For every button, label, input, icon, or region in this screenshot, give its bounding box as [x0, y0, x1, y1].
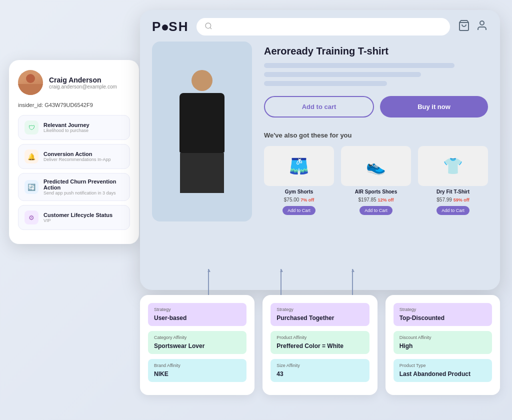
- user-profile-card: Craig Anderson craig.anderson@example.co…: [9, 60, 139, 244]
- rec-image-gym-shorts: 🩳: [264, 146, 334, 186]
- model-head: [192, 70, 212, 91]
- strategy-section: Strategy User-based Category Affinity Sp…: [140, 295, 500, 395]
- product-model: [180, 70, 224, 193]
- rec-discount-air-shoes: 12% off: [378, 198, 394, 202]
- category-affinity-label: Category Affinity: [154, 335, 240, 340]
- arrow-tip-2: ▲: [279, 268, 284, 273]
- connector-line-3: [352, 269, 353, 298]
- svg-point-3: [480, 21, 484, 25]
- product-type-value: Last Abandoned Product: [400, 370, 470, 378]
- insider-id-row: insider_id: G43W79UD6542F9: [18, 102, 130, 108]
- store-content: Aeroready Training T-shirt Add to cart B…: [140, 42, 500, 234]
- user-name: Craig Anderson: [49, 76, 117, 84]
- info-card-churn-prevention: 🔄 Predicted Churn Prevention Action Send…: [18, 173, 130, 201]
- svg-point-0: [206, 23, 211, 28]
- product-affinity-label: Product Affinity: [276, 335, 363, 340]
- strategy-value-top-discounted: Top-Discounted: [400, 314, 444, 322]
- rec-price-dry-fit: $57.99 59% off: [436, 197, 469, 202]
- conversion-action-subtitle: Deliver Recommendations In-App: [44, 157, 111, 162]
- size-affinity-value: 43: [276, 370, 283, 378]
- discount-affinity-tag: Discount Affinity High: [394, 331, 492, 354]
- arrow-tip-3: ▲: [350, 268, 356, 273]
- user-account-icon[interactable]: [476, 20, 488, 34]
- model-leg-left: [180, 153, 201, 193]
- model-shirt: [180, 93, 224, 153]
- relevant-journey-icon: 🛡: [24, 120, 38, 134]
- conversion-action-text: Conversion Action Deliver Recommendation…: [44, 151, 111, 162]
- product-line-3: [264, 81, 387, 86]
- info-card-lifecycle-status: ⚙ Customer Lifecycle Status VIP: [18, 205, 130, 230]
- lifecycle-status-title: Customer Lifecycle Status: [44, 212, 112, 218]
- rec-discount-gym-shorts: 7% off: [300, 198, 314, 202]
- conversion-action-title: Conversion Action: [44, 151, 111, 157]
- recommendations-list: 🩳 Gym Shorts $75.00 7% off Add to Cart 👟…: [264, 146, 488, 215]
- search-icon: [204, 22, 212, 32]
- strategy-card-top-discounted: Strategy Top-Discounted Discount Affinit…: [386, 295, 500, 395]
- product-title: Aeroready Training T-shirt: [264, 46, 488, 57]
- user-info: Craig Anderson craig.anderson@example.co…: [49, 76, 117, 90]
- connector-line-1: [208, 269, 209, 298]
- info-card-conversion-action: 🔔 Conversion Action Deliver Recommendati…: [18, 144, 130, 169]
- strategy-card-user-based: Strategy User-based Category Affinity Sp…: [140, 295, 254, 395]
- connector-line-2: [280, 269, 282, 298]
- rec-add-cart-gym-shorts[interactable]: Add to Cart: [282, 206, 316, 215]
- discount-affinity-label: Discount Affinity: [400, 335, 486, 340]
- store-logo: PSH: [152, 19, 188, 34]
- model-pants: [180, 153, 224, 193]
- strategy-label-2: Strategy: [276, 307, 363, 312]
- relevant-journey-text: Relevant Journey Likelihood to purchase: [44, 122, 90, 133]
- user-email: craig.anderson@example.com: [49, 84, 117, 90]
- size-affinity-tag: Size Affinity 43: [270, 359, 369, 382]
- product-line-1: [264, 63, 454, 68]
- insider-id-value: G43W79UD6542F9: [44, 102, 93, 108]
- cart-icon[interactable]: [458, 20, 470, 34]
- product-type-tag: Product Type Last Abandoned Product: [394, 359, 492, 382]
- rec-item-air-shoes: 👟 AIR Sports Shoes $197.85 12% off Add t…: [341, 146, 411, 215]
- svg-line-1: [210, 28, 212, 29]
- category-affinity-tag: Category Affinity Sportswear Lover: [148, 331, 246, 354]
- rec-add-cart-dry-fit[interactable]: Add to Cart: [436, 206, 470, 215]
- insider-id-label: insider_id:: [18, 102, 43, 108]
- store-header: PSH: [140, 10, 500, 42]
- category-affinity-value: Sportswear Lover: [154, 342, 204, 350]
- lifecycle-status-icon: ⚙: [24, 210, 38, 224]
- search-bar[interactable]: [196, 18, 450, 36]
- rec-item-dry-fit: 👕 Dry Fit T-Shirt $57.99 59% off Add to …: [418, 146, 488, 215]
- lifecycle-status-subtitle: VIP: [44, 218, 112, 223]
- strategy-label-1: Strategy: [154, 307, 240, 312]
- rec-price-gym-shorts: $75.00 7% off: [284, 197, 314, 202]
- rec-name-gym-shorts: Gym Shorts: [264, 189, 334, 194]
- conversion-action-icon: 🔔: [24, 150, 38, 164]
- product-affinity-tag: Product Affinity Preffered Color = White: [270, 331, 369, 354]
- strategy-value-purchased-together: Purchased Together: [276, 314, 334, 322]
- info-card-relevant-journey: 🛡 Relevant Journey Likelihood to purchas…: [18, 115, 130, 140]
- rec-image-air-shoes: 👟: [341, 146, 411, 186]
- avatar: [18, 70, 43, 95]
- strategy-tag-user-based: Strategy User-based: [148, 303, 246, 326]
- strategy-value-user-based: User-based: [154, 314, 186, 322]
- add-to-cart-button[interactable]: Add to cart: [264, 96, 374, 118]
- strategy-tag-purchased-together: Strategy Purchased Together: [270, 303, 369, 326]
- strategy-card-purchased-together: Strategy Purchased Together Product Affi…: [262, 295, 377, 395]
- buy-it-now-button[interactable]: Buy it now: [380, 96, 488, 118]
- rec-image-dry-fit: 👕: [418, 146, 488, 186]
- rec-name-air-shoes: AIR Sports Shoes: [341, 189, 411, 194]
- brand-affinity-value: NIKE: [154, 370, 168, 378]
- lifecycle-status-text: Customer Lifecycle Status VIP: [44, 212, 112, 223]
- churn-prevention-text: Predicted Churn Prevention Action Send a…: [44, 178, 124, 196]
- user-header: Craig Anderson craig.anderson@example.co…: [18, 70, 130, 95]
- rec-price-air-shoes: $197.85 12% off: [358, 197, 394, 202]
- size-affinity-label: Size Affinity: [276, 363, 363, 368]
- model-leg-right: [203, 153, 224, 193]
- also-got-label: We've also got these for you: [264, 132, 488, 139]
- product-image-area: [152, 42, 252, 222]
- rec-discount-dry-fit: 59% off: [454, 198, 470, 202]
- rec-name-dry-fit: Dry Fit T-Shirt: [418, 189, 488, 194]
- product-actions: Add to cart Buy it now: [264, 96, 488, 118]
- rec-item-gym-shorts: 🩳 Gym Shorts $75.00 7% off Add to Cart: [264, 146, 334, 215]
- product-description-lines: [264, 63, 488, 86]
- product-type-label: Product Type: [400, 363, 486, 368]
- discount-affinity-value: High: [400, 342, 413, 350]
- rec-add-cart-air-shoes[interactable]: Add to Cart: [360, 206, 392, 215]
- strategy-label-3: Strategy: [400, 307, 486, 312]
